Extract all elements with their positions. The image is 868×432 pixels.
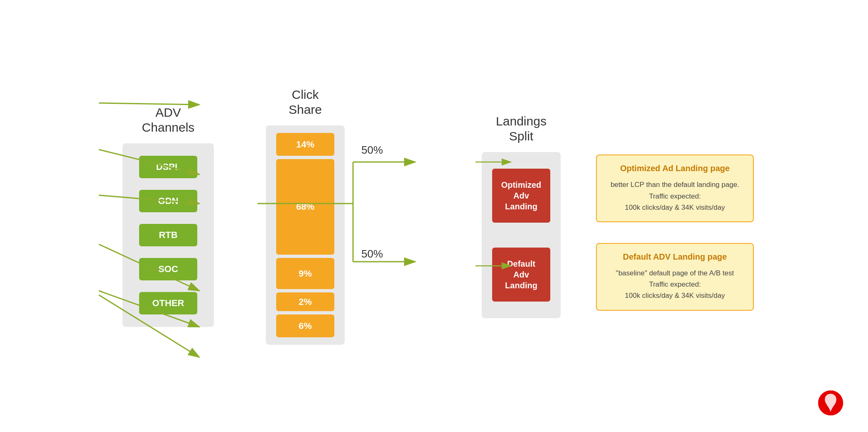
click-col-inner: 14% 68% 9% 2% 6%	[266, 125, 345, 345]
channel-gdn: GDN	[139, 190, 197, 212]
adv-header: ADVChannels	[142, 105, 195, 135]
click-share-column: ClickShare 14% 68% 9% 2% 6%	[255, 87, 355, 345]
landings-header: LandingsSplit	[496, 114, 547, 144]
info-card-default-title: Default ADV Landing page	[607, 252, 743, 262]
channel-rtb: RTB	[139, 224, 197, 246]
landing-optimized: OptimizedAdvLanding	[492, 169, 550, 223]
vodafone-icon	[818, 390, 843, 415]
info-card-default: Default ADV Landing page "baseline" defa…	[596, 243, 754, 311]
click-header: ClickShare	[289, 87, 322, 117]
info-card-default-body: "baseline" default page of the A/B testT…	[607, 268, 743, 302]
adv-channels-column: ADVChannels DSPL GDN RTB SOC OTHER	[114, 105, 222, 327]
click-68: 68%	[276, 159, 334, 255]
info-card-optimized: Optimized Ad Landing page better LCP tha…	[596, 155, 754, 222]
landings-col-inner: OptimizedAdvLanding DefaultAdvLanding	[482, 152, 561, 318]
click-14: 14%	[276, 133, 334, 156]
channel-dspl: DSPL	[139, 156, 197, 178]
landings-split-column: LandingsSplit OptimizedAdvLanding Defaul…	[471, 114, 571, 318]
click-2: 2%	[276, 292, 334, 311]
info-card-optimized-title: Optimized Ad Landing page	[607, 164, 743, 173]
info-cards-column: Optimized Ad Landing page better LCP tha…	[596, 121, 754, 310]
click-6: 6%	[276, 314, 334, 337]
channel-other: OTHER	[139, 292, 197, 314]
channel-soc: SOC	[139, 258, 197, 280]
click-9: 9%	[276, 258, 334, 289]
info-card-optimized-body: better LCP than the default landing page…	[607, 179, 743, 213]
adv-col-inner: DSPL GDN RTB SOC OTHER	[123, 143, 214, 327]
vodafone-logo	[818, 390, 843, 415]
landing-default: DefaultAdvLanding	[492, 248, 550, 302]
diagram-container: ADVChannels DSPL GDN RTB SOC OTHER Click…	[0, 0, 868, 432]
